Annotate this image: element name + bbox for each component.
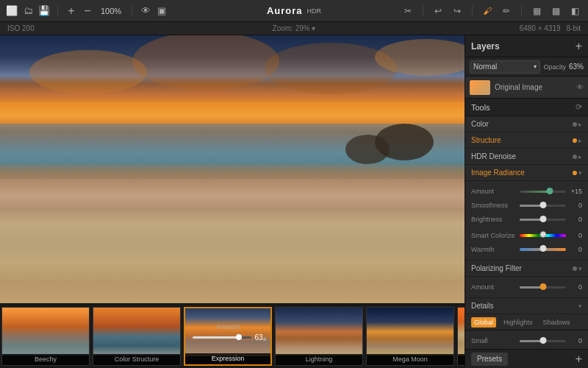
layer-visibility-icon[interactable]: 👁 xyxy=(576,83,584,91)
polarizing-amount-label: Amount xyxy=(471,283,517,291)
save-icon[interactable]: 💾 xyxy=(38,5,50,17)
zoom-label: Zoom: xyxy=(273,24,295,32)
zoom-chevron[interactable]: ▾ xyxy=(312,24,315,32)
filmstrip-label-beechy: Beechy xyxy=(2,354,89,365)
filmstrip-item-colorstruct[interactable]: Color Structure xyxy=(93,307,181,366)
radiance-amount-thumb[interactable] xyxy=(546,188,553,194)
expression-slider-thumb[interactable] xyxy=(236,334,242,340)
image-radiance-sliders: Amount +15 Smoothness 0 xyxy=(465,181,588,261)
polarizing-amount-track[interactable] xyxy=(520,286,566,289)
grid1-icon[interactable]: ▦ xyxy=(529,4,544,18)
tool-color-chevron: ▸ xyxy=(578,121,582,128)
app-suffix: HDR xyxy=(307,7,322,15)
radiance-brightness-value: 0 xyxy=(569,216,582,223)
svg-point-0 xyxy=(29,50,147,94)
expression-slider-fill xyxy=(193,336,238,339)
filmstrip-item-lightning[interactable]: Lightning xyxy=(275,307,363,366)
warmth-track[interactable] xyxy=(520,248,566,251)
radiance-brightness-row: Brightness 0 xyxy=(471,213,582,226)
grid2-icon[interactable]: ▩ xyxy=(548,4,563,18)
tool-hdr-denoise-dot xyxy=(573,155,577,159)
radiance-smoothness-track[interactable] xyxy=(520,205,566,207)
tools-header[interactable]: Tools ⟳ xyxy=(465,99,588,116)
layers-add-button[interactable]: + xyxy=(576,40,582,53)
details-small-thumb[interactable] xyxy=(539,337,546,344)
tools-refresh-icon[interactable]: ⟳ xyxy=(576,102,582,112)
polarizing-amount-value: 0 xyxy=(569,283,582,291)
add-icon[interactable]: + xyxy=(65,5,77,17)
radiance-amount-track[interactable] xyxy=(520,191,566,193)
tab-highlights[interactable]: Highlights xyxy=(501,317,536,328)
blend-chevron-icon: ▾ xyxy=(534,63,537,70)
tool-image-radiance-dot xyxy=(573,171,577,175)
details-tabs: Global Highlights Shadows xyxy=(465,314,588,330)
radiance-smoothness-label: Smoothness xyxy=(471,202,517,209)
tab-global[interactable]: Global xyxy=(471,317,496,328)
expression-star[interactable]: ★ xyxy=(262,336,268,343)
presets-add-button[interactable]: + xyxy=(576,353,582,366)
polarizing-amount-thumb[interactable] xyxy=(539,283,546,290)
tool-polarizing-chevron: ▾ xyxy=(578,265,582,272)
tool-details[interactable]: Details ▾ xyxy=(465,298,588,314)
layer-name: Original Image xyxy=(495,83,572,91)
toolbar-sep-4 xyxy=(472,5,473,17)
details-small-value: 0 xyxy=(569,337,582,344)
canvas-area: Beechy Color Structure Amount xyxy=(0,35,465,368)
tool-color-dot xyxy=(573,122,577,127)
minus-icon[interactable]: − xyxy=(82,5,93,17)
compare-icon[interactable]: ▣ xyxy=(156,5,168,17)
tool-hdr-denoise[interactable]: HDR Denoise ▸ xyxy=(465,149,588,165)
radiance-amount-fill xyxy=(520,191,550,193)
filmstrip-thumb-colorstruct xyxy=(93,308,180,355)
presets-button[interactable]: Presets xyxy=(471,353,508,366)
radiance-brightness-track[interactable] xyxy=(520,219,566,221)
tool-image-radiance[interactable]: Image Radiance ▾ xyxy=(465,165,588,181)
svg-rect-8 xyxy=(0,164,465,179)
smart-colorize-thumb[interactable] xyxy=(539,231,546,238)
tool-polarizing[interactable]: Polarizing Filter ▾ xyxy=(465,261,588,277)
filmstrip-label-expression: Expression xyxy=(185,353,270,364)
filmstrip-item-expression[interactable]: Amount 63 ★ Expression xyxy=(184,307,272,366)
grid3-icon[interactable]: ◧ xyxy=(567,4,582,18)
layer-row[interactable]: Original Image 👁 xyxy=(465,77,588,99)
zoom-info: Zoom: 29% ▾ xyxy=(273,24,316,32)
undo-icon[interactable]: ↩ xyxy=(431,4,445,18)
filmstrip-label-paradise: Paradise xyxy=(458,354,465,365)
open-icon[interactable]: 🗂 xyxy=(22,5,34,17)
redo-icon[interactable]: ↪ xyxy=(450,4,465,18)
filmstrip: Beechy Color Structure Amount xyxy=(0,303,465,368)
image-container xyxy=(0,35,465,303)
main-layout: Beechy Color Structure Amount xyxy=(0,35,588,368)
expression-slider[interactable] xyxy=(193,336,251,339)
toolbar-right: ✂ ↩ ↪ 🖌 ✏ ▦ ▩ ◧ xyxy=(401,4,582,18)
filmstrip-item-megamoon[interactable]: Mega Moon xyxy=(366,307,454,366)
zoom-value[interactable]: 100% xyxy=(98,5,124,17)
svg-rect-4 xyxy=(0,102,465,124)
right-panel: Layers + Normal ▾ Opacity 63% Original I… xyxy=(465,35,588,368)
smart-colorize-track[interactable] xyxy=(520,234,566,237)
tool-color[interactable]: Color ▸ xyxy=(465,116,588,132)
view-icon[interactable]: 👁 xyxy=(140,5,151,17)
pen-icon[interactable]: ✏ xyxy=(499,4,514,18)
warmth-row: Warmth 0 xyxy=(471,243,582,256)
layers-title: Layers xyxy=(471,41,576,52)
warmth-thumb[interactable] xyxy=(539,245,546,252)
blend-mode-value: Normal xyxy=(473,63,497,71)
blend-mode-select[interactable]: Normal ▾ xyxy=(470,60,540,74)
toolbar-sep-3 xyxy=(423,5,423,17)
tool-structure-label: Structure xyxy=(471,136,570,144)
radiance-amount-value: +15 xyxy=(569,188,582,195)
brush-icon[interactable]: 🖌 xyxy=(480,4,495,18)
tool-structure[interactable]: Structure ▸ xyxy=(465,132,588,149)
filmstrip-thumb-megamoon xyxy=(367,308,453,355)
scissors-icon[interactable]: ✂ xyxy=(401,4,415,18)
opacity-value[interactable]: 63% xyxy=(569,63,584,71)
radiance-brightness-thumb[interactable] xyxy=(539,216,546,222)
tab-shadows[interactable]: Shadows xyxy=(540,317,573,328)
filmstrip-item-beechy[interactable]: Beechy xyxy=(1,307,90,366)
filmstrip-item-paradise[interactable]: Paradise xyxy=(457,307,465,366)
radiance-smoothness-thumb[interactable] xyxy=(539,202,546,208)
details-small-track[interactable] xyxy=(520,340,566,342)
svg-point-1 xyxy=(132,35,279,91)
file-icon[interactable]: ⬜ xyxy=(6,5,18,17)
